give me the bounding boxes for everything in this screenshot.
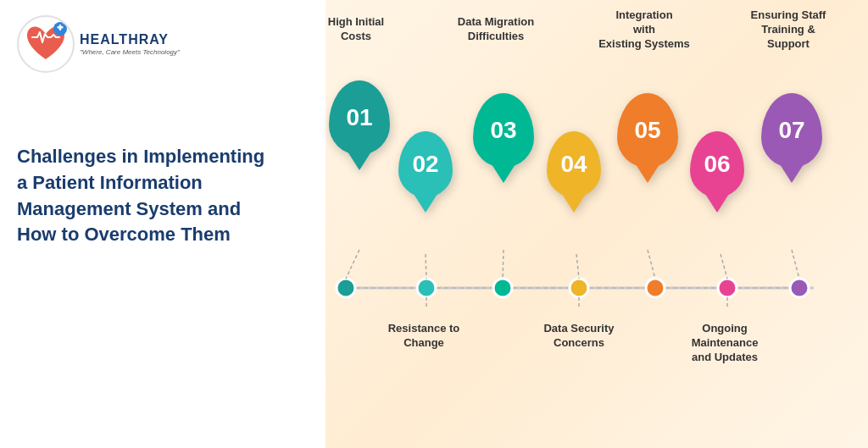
- svg-line-21: [648, 250, 655, 279]
- label-02: Resistance toChange: [373, 322, 475, 351]
- svg-line-20: [576, 254, 579, 279]
- pin-05-number: 05: [634, 117, 660, 144]
- pin-01-number: 01: [346, 104, 372, 131]
- svg-point-16: [790, 279, 809, 297]
- pin-02-balloon: 02: [398, 131, 453, 197]
- pin-01: 01: [329, 80, 390, 155]
- heading-text: Challenges in Implementing a Patient Inf…: [17, 144, 280, 248]
- logo-name: HEALTHRAY: [80, 33, 180, 47]
- pin-05-balloon: 05: [617, 93, 678, 168]
- pin-04-balloon: 04: [547, 131, 601, 197]
- svg-point-11: [417, 279, 436, 297]
- pin-07-number: 07: [778, 117, 804, 144]
- logo-icon: [17, 15, 75, 73]
- svg-line-18: [426, 254, 426, 279]
- pin-05: 05: [617, 93, 678, 168]
- svg-line-23: [792, 250, 799, 279]
- svg-line-19: [503, 250, 504, 279]
- infographic: High InitialCosts Data MigrationDifficul…: [288, 0, 865, 448]
- pin-02: 02: [398, 131, 453, 197]
- pin-03-balloon: 03: [473, 93, 534, 168]
- pin-03-number: 03: [490, 117, 516, 144]
- main-heading: Challenges in Implementing a Patient Inf…: [17, 144, 280, 248]
- svg-point-12: [493, 279, 512, 297]
- svg-point-13: [570, 279, 588, 297]
- label-01: High InitialCosts: [314, 15, 398, 44]
- svg-line-17: [346, 250, 359, 279]
- svg-rect-2: [59, 25, 62, 30]
- pin-06: 06: [690, 131, 744, 197]
- svg-point-14: [646, 279, 665, 297]
- logo-text-area: HEALTHRAY "Where, Care Meets Technology": [80, 33, 180, 56]
- timeline-svg: [288, 246, 839, 313]
- svg-line-22: [721, 254, 727, 279]
- pin-04: 04: [547, 131, 601, 197]
- pin-04-number: 04: [560, 151, 587, 178]
- label-07: Ensuring StaffTraining &Support: [737, 8, 839, 52]
- svg-point-10: [337, 279, 355, 297]
- label-03: Data MigrationDifficulties: [449, 15, 542, 44]
- pin-02-number: 02: [412, 151, 438, 178]
- pin-07: 07: [761, 93, 822, 168]
- logo-area: HEALTHRAY "Where, Care Meets Technology": [17, 15, 180, 73]
- pin-06-balloon: 06: [690, 131, 744, 197]
- pin-01-balloon: 01: [329, 80, 390, 155]
- pin-06-number: 06: [704, 151, 730, 178]
- pin-07-balloon: 07: [761, 93, 822, 168]
- label-06: OngoingMaintenanceand Updates: [670, 322, 780, 365]
- label-04: Data SecurityConcerns: [524, 322, 634, 351]
- label-05: IntegrationwithExisting Systems: [593, 8, 695, 52]
- svg-point-15: [718, 279, 737, 297]
- pin-03: 03: [473, 93, 534, 168]
- logo-tagline: "Where, Care Meets Technology": [80, 48, 180, 56]
